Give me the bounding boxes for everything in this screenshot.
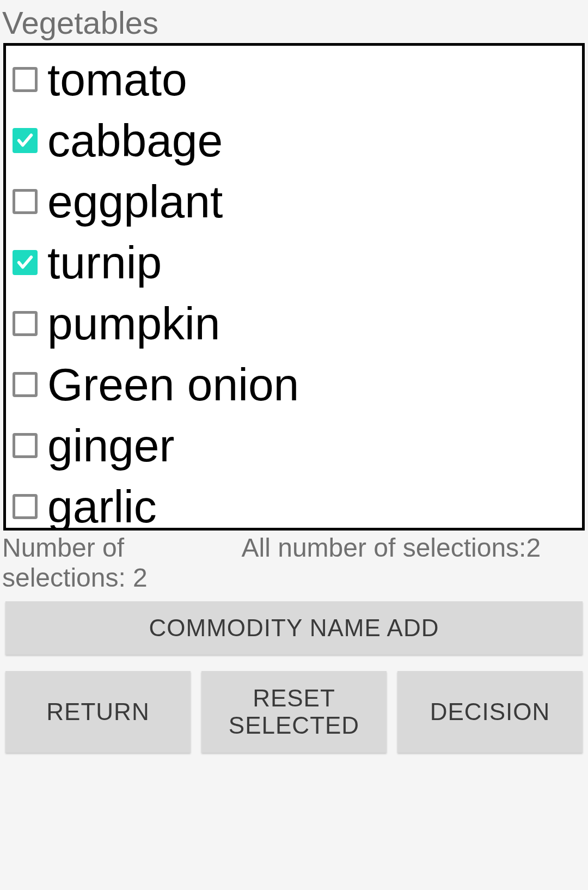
list-item[interactable]: garlic bbox=[10, 476, 578, 531]
item-label: tomato bbox=[47, 57, 187, 102]
checkbox[interactable] bbox=[13, 494, 38, 519]
commodity-add-button[interactable]: COMMODITY NAME ADD bbox=[5, 601, 583, 655]
checkbox[interactable] bbox=[13, 372, 38, 397]
checkbox[interactable] bbox=[13, 67, 38, 92]
item-label: Green onion bbox=[47, 362, 299, 407]
list-item[interactable]: cabbage bbox=[10, 110, 578, 171]
item-label: eggplant bbox=[47, 179, 223, 224]
check-icon bbox=[16, 253, 34, 272]
item-label: cabbage bbox=[47, 118, 223, 163]
item-label: pumpkin bbox=[47, 301, 220, 346]
list-item[interactable]: pumpkin bbox=[10, 293, 578, 354]
reset-selected-button[interactable]: RESET SELECTED bbox=[201, 671, 387, 753]
list-item[interactable]: Green onion bbox=[10, 354, 578, 415]
list-item[interactable]: tomato bbox=[10, 49, 578, 110]
checkbox[interactable] bbox=[13, 433, 38, 458]
stats-row: Number of selections: 2 All number of se… bbox=[0, 531, 588, 593]
checkbox[interactable] bbox=[13, 189, 38, 214]
return-button[interactable]: RETURN bbox=[5, 671, 191, 753]
list-item[interactable]: eggplant bbox=[10, 171, 578, 232]
checkbox[interactable] bbox=[13, 311, 38, 336]
vegetable-list[interactable]: tomato cabbage eggplant turnip pumpkin G… bbox=[3, 43, 585, 531]
check-icon bbox=[16, 131, 34, 150]
item-label: garlic bbox=[47, 484, 157, 529]
list-item[interactable]: ginger bbox=[10, 415, 578, 476]
decision-button[interactable]: DECISION bbox=[397, 671, 583, 753]
page-title: Vegetables bbox=[0, 0, 588, 43]
item-label: ginger bbox=[47, 423, 175, 468]
selections-count: Number of selections: 2 bbox=[2, 533, 242, 593]
list-item[interactable]: turnip bbox=[10, 232, 578, 293]
checkbox[interactable] bbox=[13, 128, 38, 153]
all-selections-count: All number of selections:2 bbox=[242, 533, 586, 593]
item-label: turnip bbox=[47, 240, 162, 285]
checkbox[interactable] bbox=[13, 250, 38, 275]
